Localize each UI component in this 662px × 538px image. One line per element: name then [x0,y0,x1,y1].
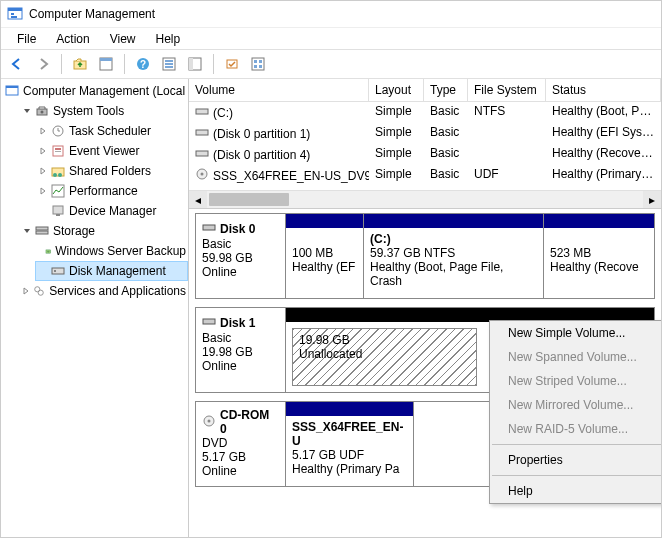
col-filesystem[interactable]: File System [468,79,546,101]
drive-icon [195,104,209,121]
col-status[interactable]: Status [546,79,661,101]
forward-button[interactable] [31,52,55,76]
up-button[interactable] [68,52,92,76]
svg-rect-1 [8,8,22,11]
volume-row[interactable]: (C:) Simple Basic NTFS Healthy (Boot, Pa… [189,102,661,123]
tree-task-scheduler[interactable]: Task Scheduler [35,121,188,141]
tree-windows-server-backup[interactable]: Windows Server Backup [35,241,188,261]
partition-unallocated[interactable]: 19.98 GB Unallocated New Simple Volume..… [286,308,654,392]
menu-file[interactable]: File [7,30,46,47]
svg-point-24 [41,111,44,114]
action-button[interactable] [220,52,244,76]
disc-icon [195,167,209,184]
svg-rect-20 [259,65,262,68]
menubar: File Action View Help [1,27,661,49]
svg-rect-12 [165,66,173,68]
chevron-down-icon[interactable] [21,105,33,117]
horizontal-scrollbar[interactable]: ◂ ▸ [189,190,661,208]
nav-tree: Computer Management (Local System Tools [1,79,189,537]
scroll-left-arrow[interactable]: ◂ [189,191,207,208]
menu-new-striped-volume: New Striped Volume... [490,369,661,393]
disk-info[interactable]: CD-ROM 0 DVD 5.17 GB Online [196,402,286,486]
chevron-right-icon[interactable] [21,285,31,297]
list-button[interactable] [246,52,270,76]
properties-button[interactable] [94,52,118,76]
tree-system-tools[interactable]: System Tools [19,101,188,121]
menu-action[interactable]: Action [46,30,99,47]
partition[interactable]: 523 MB Healthy (Recove [544,214,654,298]
settings-button[interactable] [183,52,207,76]
svg-rect-19 [259,60,262,63]
refresh-button[interactable] [157,52,181,76]
titlebar: Computer Management [1,1,661,27]
tree-event-viewer[interactable]: Event Viewer [35,141,188,161]
volume-row[interactable]: SSS_X64FREE_EN-US_DV9 (D:) Simple Basic … [189,165,661,186]
svg-rect-27 [55,148,61,150]
svg-rect-2 [11,13,14,15]
menu-properties[interactable]: Properties [490,448,661,472]
col-layout[interactable]: Layout [369,79,424,101]
menu-separator [492,475,661,476]
scroll-right-arrow[interactable]: ▸ [643,191,661,208]
tree-label: Windows Server Backup [55,242,186,260]
col-type[interactable]: Type [424,79,468,101]
volume-row[interactable]: (Disk 0 partition 1) Simple Basic Health… [189,123,661,144]
volume-list-header: Volume Layout Type File System Status [189,79,661,102]
tree-root[interactable]: Computer Management (Local [3,81,188,101]
scroll-thumb[interactable] [209,193,289,206]
context-menu: New Simple Volume... New Spanned Volume.… [489,320,661,504]
disk-info[interactable]: Disk 0 Basic 59.98 GB Online [196,214,286,298]
toolbar: ? [1,49,661,79]
chevron-down-icon[interactable] [21,225,33,237]
chevron-right-icon[interactable] [37,165,49,177]
tree-storage[interactable]: Storage [19,221,188,241]
partition-stripe [286,402,413,416]
partition[interactable]: (C:) 59.37 GB NTFS Healthy (Boot, Page F… [364,214,544,298]
svg-point-30 [53,173,57,177]
tree-label: Services and Applications [49,282,186,300]
menu-new-spanned-volume: New Spanned Volume... [490,345,661,369]
svg-rect-18 [254,65,257,68]
chevron-right-icon[interactable] [37,145,49,157]
svg-rect-44 [196,151,208,156]
tree-shared-folders[interactable]: Shared Folders [35,161,188,181]
svg-rect-28 [55,151,61,152]
disk-icon [202,220,216,237]
partition[interactable]: SSS_X64FREE_EN-U 5.17 GB UDF Healthy (Pr… [286,402,414,486]
tree-performance[interactable]: Performance [35,181,188,201]
svg-rect-34 [56,214,60,216]
chevron-right-icon[interactable] [37,185,49,197]
volume-row[interactable]: (Disk 0 partition 4) Simple Basic Health… [189,144,661,165]
svg-rect-6 [100,58,112,61]
svg-rect-11 [165,63,173,65]
volume-list: Volume Layout Type File System Status (C… [189,79,661,209]
svg-text:?: ? [140,59,146,70]
tree-label: Shared Folders [69,162,151,180]
svg-point-46 [201,173,204,176]
menu-new-mirrored-volume: New Mirrored Volume... [490,393,661,417]
tree-services-apps[interactable]: Services and Applications [19,281,188,301]
tree-label: Storage [53,222,95,240]
partition-stripe [544,214,654,228]
partition-stripe [364,214,543,228]
chevron-right-icon[interactable] [37,125,49,137]
help-button[interactable]: ? [131,52,155,76]
drive-icon [195,146,209,163]
disk-info[interactable]: Disk 1 Basic 19.98 GB Online [196,308,286,392]
tree-device-manager[interactable]: Device Manager [35,201,188,221]
menu-view[interactable]: View [100,30,146,47]
svg-rect-42 [196,109,208,114]
tree-label: Device Manager [69,202,156,220]
col-volume[interactable]: Volume [189,79,369,101]
back-button[interactable] [5,52,29,76]
disc-icon [202,414,216,431]
svg-rect-16 [252,58,264,70]
menu-help[interactable]: Help [490,479,661,503]
disk-icon [202,314,216,331]
partition[interactable]: 100 MB Healthy (EF [286,214,364,298]
svg-rect-36 [36,231,48,234]
menu-new-simple-volume[interactable]: New Simple Volume... [490,321,661,345]
svg-point-41 [38,290,43,295]
tree-disk-management[interactable]: Disk Management [35,261,188,281]
menu-help[interactable]: Help [146,30,191,47]
